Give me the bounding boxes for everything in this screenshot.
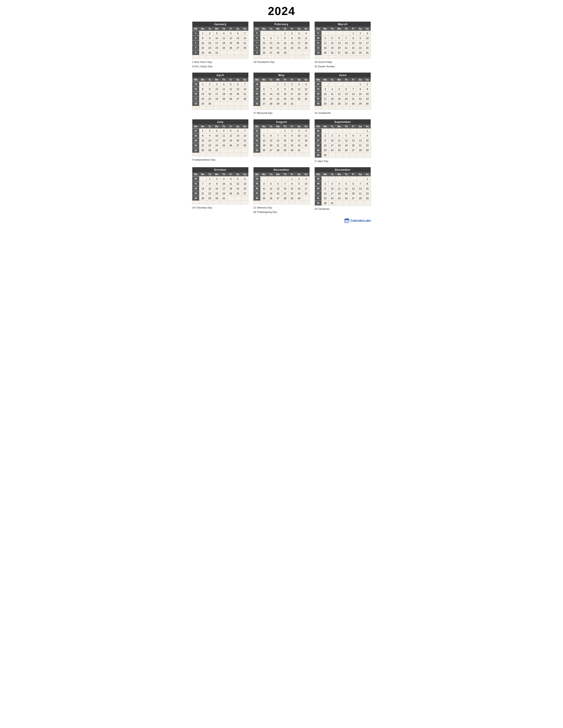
day-cell: 29 — [350, 50, 357, 55]
day-cell: 19 — [227, 41, 234, 45]
day-cell: 20 — [267, 143, 274, 148]
day-cell — [220, 153, 227, 156]
day-cell: 18 — [296, 92, 303, 96]
day-header-we: We — [336, 124, 343, 129]
day-cell: 11 — [227, 181, 234, 186]
day-cell: 20 — [267, 45, 274, 50]
day-cell: 10 — [296, 133, 303, 138]
month-block-november: NovemberWkMoTuWeThFrSaSu4412345456789104… — [253, 167, 310, 214]
week-row: 48252627282930 — [253, 196, 310, 201]
month-name-may: May — [253, 73, 310, 78]
day-cell: 22 — [199, 45, 206, 50]
holiday-item: 19 Juneteenth — [315, 111, 371, 115]
day-cell: 2 — [357, 31, 364, 36]
day-cell — [220, 201, 227, 204]
week-row: 51234 — [253, 31, 310, 36]
day-cell — [343, 128, 350, 133]
day-cell — [234, 101, 241, 106]
week-number: 30 — [192, 143, 199, 148]
day-cell: 23 — [213, 191, 220, 196]
week-number: 44 — [253, 176, 260, 181]
day-cell: 23 — [206, 143, 213, 148]
day-cell — [282, 153, 289, 156]
day-cell — [199, 176, 206, 181]
day-cell — [336, 55, 343, 59]
holidays-september: 2 Labor Day — [315, 159, 371, 163]
week-row: 4545678910 — [253, 181, 310, 186]
holiday-item: 14 Columbus Day — [192, 206, 248, 210]
day-cell: 27 — [234, 45, 241, 50]
day-cell: 24 — [303, 191, 310, 196]
day-header-sa: Sa — [234, 124, 241, 129]
day-cell: 1 — [357, 82, 364, 87]
day-cell — [267, 55, 274, 59]
day-cell — [336, 82, 343, 87]
day-cell: 25 — [220, 143, 227, 148]
day-cell: 4 — [220, 128, 227, 133]
day-cell: 24 — [220, 191, 227, 196]
day-cell: 14 — [199, 186, 206, 191]
week-number: 12 — [315, 45, 322, 50]
week-number: 44 — [192, 196, 199, 201]
day-cell: 23 — [357, 45, 364, 50]
day-cell: 26 — [227, 45, 234, 50]
day-cell: 8 — [357, 87, 364, 92]
day-cell: 2 — [213, 176, 220, 181]
week-number: 42 — [192, 186, 199, 191]
day-cell — [234, 201, 241, 204]
day-cell: 18 — [260, 191, 267, 196]
day-header-th: Th — [282, 124, 289, 129]
day-cell: 4 — [303, 128, 310, 133]
day-header-su: Su — [241, 78, 248, 82]
day-cell: 27 — [336, 50, 343, 55]
day-header-we: We — [213, 78, 220, 82]
holidays-february: 19 President's Day — [253, 60, 310, 64]
day-cell — [364, 153, 371, 158]
day-cell — [322, 128, 329, 133]
day-cell: 12 — [329, 41, 336, 45]
day-cell: 6 — [274, 181, 282, 186]
day-header-su: Su — [303, 27, 310, 31]
day-cell: 19 — [329, 45, 336, 50]
day-cell — [241, 101, 248, 106]
day-cell — [289, 106, 296, 110]
day-cell — [241, 153, 248, 156]
day-cell: 30 — [282, 101, 289, 106]
day-cell: 28 — [241, 143, 248, 148]
day-cell — [322, 106, 329, 110]
week-row: 533031 — [315, 201, 371, 206]
day-header-th: Th — [343, 172, 350, 176]
day-cell: 29 — [364, 148, 371, 153]
day-cell: 15 — [364, 186, 371, 191]
day-header-su: Su — [303, 172, 310, 176]
week-number: 49 — [315, 181, 322, 186]
day-cell: 4 — [220, 82, 227, 87]
day-cell: 22 — [282, 45, 289, 50]
week-number: 4 — [192, 45, 199, 50]
day-header-th: Th — [343, 27, 350, 31]
day-cell: 21 — [343, 45, 350, 50]
day-cell: 21 — [241, 92, 248, 96]
day-cell — [343, 153, 350, 158]
day-cell: 5 — [234, 176, 241, 181]
day-cell: 31 — [213, 50, 220, 55]
day-cell: 25 — [336, 196, 343, 201]
week-row: 351 — [315, 128, 371, 133]
day-cell: 6 — [350, 181, 357, 186]
day-cell — [364, 201, 371, 206]
day-cell — [241, 196, 248, 201]
day-cell: 16 — [322, 191, 329, 196]
day-cell — [303, 201, 310, 204]
day-header-we: We — [274, 172, 282, 176]
day-cell: 12 — [343, 186, 350, 191]
day-cell: 1 — [199, 82, 206, 87]
day-header-mo: Mo — [260, 78, 267, 82]
week-number: 48 — [253, 196, 260, 201]
day-cell: 26 — [260, 148, 267, 153]
year-title: 2024 — [192, 4, 371, 18]
day-cell — [260, 106, 267, 110]
day-cell: 15 — [199, 41, 206, 45]
day-cell — [289, 55, 296, 59]
holidays-november: 11 Veterans Day28 Thanksgiving Day — [253, 206, 310, 214]
week-number: 31 — [253, 128, 260, 133]
